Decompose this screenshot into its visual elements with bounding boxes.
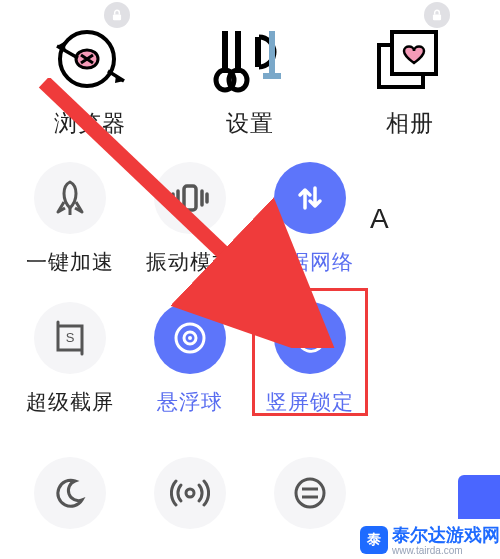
rotation-lock-icon bbox=[274, 302, 346, 374]
rocket-icon bbox=[34, 162, 106, 234]
svg-rect-17 bbox=[305, 336, 315, 345]
toggle-portrait-lock[interactable]: 竖屏锁定 bbox=[250, 289, 370, 429]
app-browser[interactable]: 浏览器 bbox=[10, 0, 170, 139]
toggle-mobile-data[interactable]: 数据网络 bbox=[250, 149, 370, 289]
toggle-label: 数据网络 bbox=[266, 248, 354, 276]
toggle-more[interactable] bbox=[250, 429, 370, 529]
gallery-icon bbox=[370, 26, 450, 94]
svg-rect-12 bbox=[184, 186, 196, 210]
font-size-button[interactable]: A bbox=[370, 149, 391, 289]
toggle-label: 悬浮球 bbox=[157, 388, 223, 416]
app-label: 浏览器 bbox=[54, 108, 126, 139]
app-settings[interactable]: 设置 bbox=[170, 0, 330, 139]
app-label: 相册 bbox=[386, 108, 434, 139]
toggle-label: 振动模式 bbox=[146, 248, 234, 276]
more-icon bbox=[274, 457, 346, 529]
svg-point-16 bbox=[188, 336, 192, 340]
svg-point-18 bbox=[186, 489, 194, 497]
svg-rect-3 bbox=[235, 31, 241, 73]
svg-rect-7 bbox=[269, 31, 275, 75]
svg-rect-8 bbox=[263, 73, 281, 79]
toggle-floating-ball[interactable]: 悬浮球 bbox=[130, 289, 250, 429]
scroll-indicator bbox=[458, 475, 500, 523]
settings-icon bbox=[210, 26, 290, 94]
vibrate-icon bbox=[154, 162, 226, 234]
lock-icon bbox=[424, 2, 450, 28]
toggle-one-tap-boost[interactable]: 一键加速 bbox=[10, 149, 130, 289]
svg-point-19 bbox=[296, 479, 324, 507]
target-icon bbox=[154, 302, 226, 374]
moon-icon bbox=[34, 457, 106, 529]
toggle-label: 竖屏锁定 bbox=[266, 388, 354, 416]
quick-settings-grid: 一键加速 振动模式 数据网络 A S 超级截屏 bbox=[0, 149, 500, 529]
hotspot-icon bbox=[154, 457, 226, 529]
lock-icon bbox=[104, 2, 130, 28]
toggle-label: 超级截屏 bbox=[26, 388, 114, 416]
toggle-hotspot[interactable] bbox=[130, 429, 250, 529]
toggle-label: 一键加速 bbox=[26, 248, 114, 276]
toggle-night-mode[interactable] bbox=[10, 429, 130, 529]
svg-rect-0 bbox=[113, 14, 121, 20]
app-label: 设置 bbox=[226, 108, 274, 139]
toggle-vibration-mode[interactable]: 振动模式 bbox=[130, 149, 250, 289]
browser-icon bbox=[50, 26, 130, 94]
svg-rect-9 bbox=[433, 14, 441, 20]
app-gallery[interactable]: 相册 bbox=[330, 0, 490, 139]
watermark-title: 泰尔达游戏网 bbox=[392, 523, 500, 547]
apps-row: 浏览器 设置 bbox=[0, 0, 500, 149]
watermark-badge: 泰 bbox=[360, 526, 388, 554]
data-arrows-icon bbox=[274, 162, 346, 234]
svg-text:S: S bbox=[66, 330, 75, 345]
toggle-super-screenshot[interactable]: S 超级截屏 bbox=[10, 289, 130, 429]
screenshot-icon: S bbox=[34, 302, 106, 374]
font-size-label: A bbox=[370, 203, 389, 235]
svg-rect-6 bbox=[255, 37, 261, 67]
watermark: 泰 泰尔达游戏网 www.tairda.com bbox=[344, 519, 500, 559]
svg-rect-2 bbox=[222, 31, 228, 73]
